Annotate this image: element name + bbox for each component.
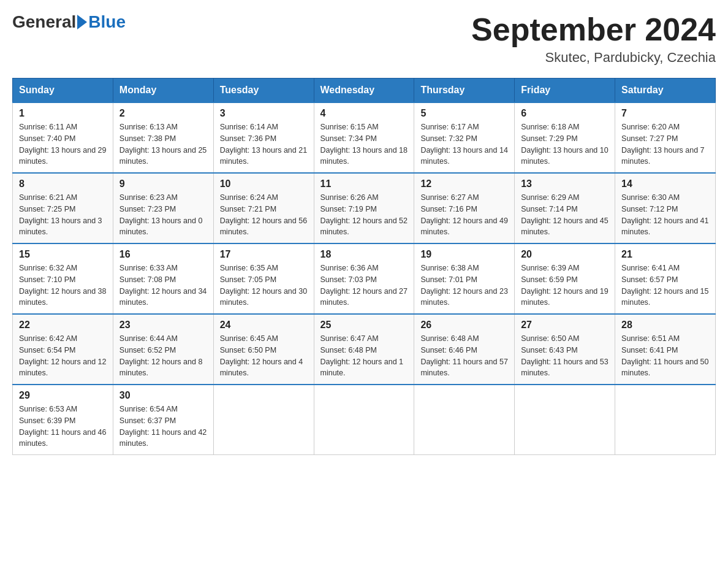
calendar-cell: 1 Sunrise: 6:11 AM Sunset: 7:40 PM Dayli… [13,102,113,173]
day-number: 8 [19,178,107,190]
calendar-cell: 22 Sunrise: 6:42 AM Sunset: 6:54 PM Dayl… [13,314,113,385]
week-row-4: 22 Sunrise: 6:42 AM Sunset: 6:54 PM Dayl… [13,314,716,385]
calendar-cell: 10 Sunrise: 6:24 AM Sunset: 7:21 PM Dayl… [213,173,314,243]
day-number: 1 [19,108,107,119]
calendar-cell: 13 Sunrise: 6:29 AM Sunset: 7:14 PM Dayl… [515,173,615,243]
day-info: Sunrise: 6:29 AM Sunset: 7:14 PM Dayligh… [521,192,609,238]
calendar-cell [515,385,615,455]
calendar-cell [414,385,515,455]
calendar-cell: 15 Sunrise: 6:32 AM Sunset: 7:10 PM Dayl… [13,243,113,314]
day-info: Sunrise: 6:53 AM Sunset: 6:39 PM Dayligh… [19,404,107,450]
day-number: 9 [119,178,207,190]
day-info: Sunrise: 6:24 AM Sunset: 7:21 PM Dayligh… [220,192,308,238]
day-number: 15 [19,249,107,260]
header-monday: Monday [113,79,213,103]
day-info: Sunrise: 6:26 AM Sunset: 7:19 PM Dayligh… [320,192,408,238]
calendar-cell: 19 Sunrise: 6:38 AM Sunset: 7:01 PM Dayl… [414,243,515,314]
calendar-cell: 2 Sunrise: 6:13 AM Sunset: 7:38 PM Dayli… [113,102,213,173]
calendar-cell: 30 Sunrise: 6:54 AM Sunset: 6:37 PM Dayl… [113,385,213,455]
calendar-cell: 12 Sunrise: 6:27 AM Sunset: 7:16 PM Dayl… [414,173,515,243]
day-number: 25 [320,320,408,331]
day-info: Sunrise: 6:11 AM Sunset: 7:40 PM Dayligh… [19,121,107,167]
day-number: 16 [119,249,207,260]
month-title: September 2024 [471,12,716,47]
day-number: 6 [521,108,609,119]
header-tuesday: Tuesday [213,79,314,103]
calendar-cell: 5 Sunrise: 6:17 AM Sunset: 7:32 PM Dayli… [414,102,515,173]
calendar-cell: 18 Sunrise: 6:36 AM Sunset: 7:03 PM Dayl… [314,243,414,314]
weekday-header-row: Sunday Monday Tuesday Wednesday Thursday… [13,79,716,103]
calendar-cell: 20 Sunrise: 6:39 AM Sunset: 6:59 PM Dayl… [515,243,615,314]
logo-blue-text: Blue [88,12,126,32]
day-number: 26 [420,320,508,331]
header-sunday: Sunday [13,79,113,103]
day-number: 13 [521,178,609,190]
day-number: 7 [621,108,709,119]
day-info: Sunrise: 6:35 AM Sunset: 7:05 PM Dayligh… [220,262,308,308]
day-info: Sunrise: 6:13 AM Sunset: 7:38 PM Dayligh… [119,121,207,167]
day-info: Sunrise: 6:21 AM Sunset: 7:25 PM Dayligh… [19,192,107,238]
calendar-cell: 29 Sunrise: 6:53 AM Sunset: 6:39 PM Dayl… [13,385,113,455]
day-info: Sunrise: 6:42 AM Sunset: 6:54 PM Dayligh… [19,333,107,379]
day-info: Sunrise: 6:51 AM Sunset: 6:41 PM Dayligh… [621,333,709,379]
day-number: 20 [521,249,609,260]
day-info: Sunrise: 6:41 AM Sunset: 6:57 PM Dayligh… [621,262,709,308]
day-number: 14 [621,178,709,190]
day-number: 21 [621,249,709,260]
day-info: Sunrise: 6:23 AM Sunset: 7:23 PM Dayligh… [119,192,207,238]
calendar-cell [314,385,414,455]
day-info: Sunrise: 6:32 AM Sunset: 7:10 PM Dayligh… [19,262,107,308]
day-number: 28 [621,320,709,331]
logo-arrow-icon [77,15,87,29]
calendar-cell: 8 Sunrise: 6:21 AM Sunset: 7:25 PM Dayli… [13,173,113,243]
calendar-cell: 4 Sunrise: 6:15 AM Sunset: 7:34 PM Dayli… [314,102,414,173]
logo: General Blue [12,12,126,32]
day-info: Sunrise: 6:30 AM Sunset: 7:12 PM Dayligh… [621,192,709,238]
calendar-cell: 27 Sunrise: 6:50 AM Sunset: 6:43 PM Dayl… [515,314,615,385]
day-number: 4 [320,108,408,119]
week-row-2: 8 Sunrise: 6:21 AM Sunset: 7:25 PM Dayli… [13,173,716,243]
day-number: 10 [220,178,308,190]
calendar-cell: 7 Sunrise: 6:20 AM Sunset: 7:27 PM Dayli… [615,102,716,173]
day-number: 22 [19,320,107,331]
day-info: Sunrise: 6:38 AM Sunset: 7:01 PM Dayligh… [420,262,508,308]
calendar-cell: 23 Sunrise: 6:44 AM Sunset: 6:52 PM Dayl… [113,314,213,385]
day-info: Sunrise: 6:50 AM Sunset: 6:43 PM Dayligh… [521,333,609,379]
calendar-cell [615,385,716,455]
page-header: General Blue September 2024 Skutec, Pard… [12,12,716,66]
day-number: 30 [119,390,207,401]
day-number: 5 [420,108,508,119]
day-info: Sunrise: 6:45 AM Sunset: 6:50 PM Dayligh… [220,333,308,379]
logo-general-text: General [12,12,76,32]
calendar-cell: 28 Sunrise: 6:51 AM Sunset: 6:41 PM Dayl… [615,314,716,385]
calendar-cell: 14 Sunrise: 6:30 AM Sunset: 7:12 PM Dayl… [615,173,716,243]
calendar-cell: 25 Sunrise: 6:47 AM Sunset: 6:48 PM Dayl… [314,314,414,385]
calendar-cell: 11 Sunrise: 6:26 AM Sunset: 7:19 PM Dayl… [314,173,414,243]
day-number: 3 [220,108,308,119]
day-info: Sunrise: 6:17 AM Sunset: 7:32 PM Dayligh… [420,121,508,167]
day-number: 2 [119,108,207,119]
calendar-cell: 21 Sunrise: 6:41 AM Sunset: 6:57 PM Dayl… [615,243,716,314]
day-info: Sunrise: 6:47 AM Sunset: 6:48 PM Dayligh… [320,333,408,379]
header-saturday: Saturday [615,79,716,103]
header-wednesday: Wednesday [314,79,414,103]
week-row-3: 15 Sunrise: 6:32 AM Sunset: 7:10 PM Dayl… [13,243,716,314]
calendar-cell: 16 Sunrise: 6:33 AM Sunset: 7:08 PM Dayl… [113,243,213,314]
calendar-cell [213,385,314,455]
day-number: 19 [420,249,508,260]
day-number: 29 [19,390,107,401]
calendar-cell: 24 Sunrise: 6:45 AM Sunset: 6:50 PM Dayl… [213,314,314,385]
day-info: Sunrise: 6:14 AM Sunset: 7:36 PM Dayligh… [220,121,308,167]
calendar-table: Sunday Monday Tuesday Wednesday Thursday… [12,78,716,455]
day-number: 23 [119,320,207,331]
day-info: Sunrise: 6:36 AM Sunset: 7:03 PM Dayligh… [320,262,408,308]
calendar-cell: 9 Sunrise: 6:23 AM Sunset: 7:23 PM Dayli… [113,173,213,243]
title-block: September 2024 Skutec, Pardubicky, Czech… [471,12,716,66]
day-info: Sunrise: 6:15 AM Sunset: 7:34 PM Dayligh… [320,121,408,167]
day-number: 27 [521,320,609,331]
calendar-cell: 26 Sunrise: 6:48 AM Sunset: 6:46 PM Dayl… [414,314,515,385]
day-number: 17 [220,249,308,260]
calendar-cell: 3 Sunrise: 6:14 AM Sunset: 7:36 PM Dayli… [213,102,314,173]
day-info: Sunrise: 6:39 AM Sunset: 6:59 PM Dayligh… [521,262,609,308]
day-info: Sunrise: 6:44 AM Sunset: 6:52 PM Dayligh… [119,333,207,379]
